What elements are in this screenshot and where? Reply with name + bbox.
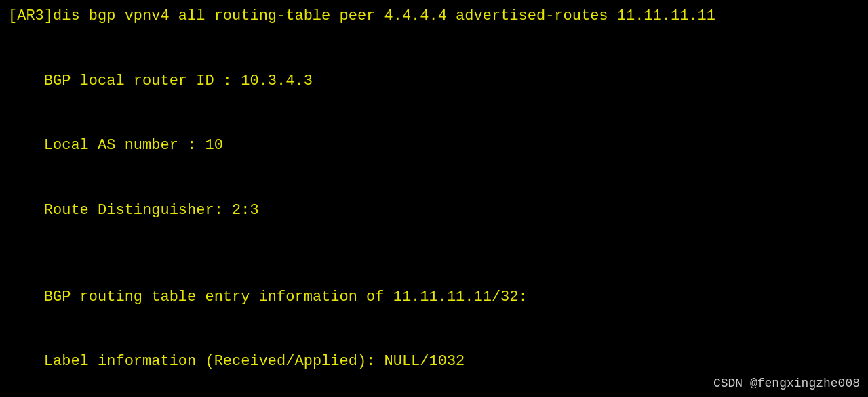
empty-line-2	[8, 243, 860, 265]
route-distinguisher-line: Route Distinguisher: 2:3	[8, 178, 860, 243]
route-distinguisher-text: Route Distinguisher: 2:3	[44, 202, 259, 219]
watermark: CSDN @fengxingzhe008	[713, 377, 860, 390]
empty-line-1	[8, 27, 860, 49]
bgp-routing-entry-line: BGP routing table entry information of 1…	[8, 265, 860, 330]
router-id-text: BGP local router ID : 10.3.4.3	[44, 72, 313, 89]
from-line: From: 10.1.3.1 (1.1.1.1)	[8, 394, 860, 397]
router-id-line: BGP local router ID : 10.3.4.3	[8, 49, 860, 114]
as-number-text: Local AS number : 10	[44, 137, 223, 154]
command-line: [AR3]dis bgp vpnv4 all routing-table pee…	[8, 5, 860, 27]
label-info-text: Label information (Received/Applied): NU…	[44, 353, 465, 370]
as-number-line: Local AS number : 10	[8, 113, 860, 178]
bgp-routing-entry-text: BGP routing table entry information of 1…	[44, 289, 528, 306]
terminal-window: [AR3]dis bgp vpnv4 all routing-table pee…	[0, 0, 868, 397]
